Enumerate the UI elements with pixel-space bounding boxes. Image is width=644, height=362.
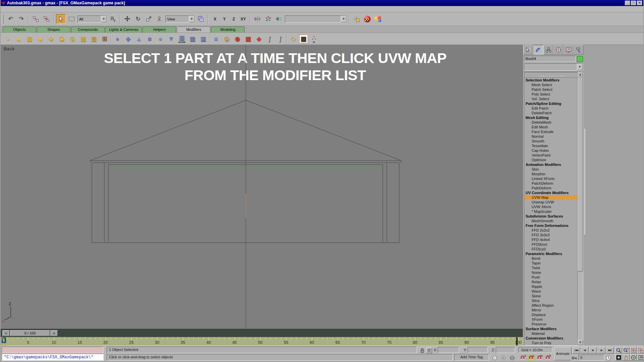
modifier-list-entry[interactable]: FFD 3x3x3 — [524, 233, 577, 237]
modifier-list-entry[interactable]: PathDeform — [524, 186, 577, 190]
modifier-list-entry[interactable]: Smooth — [524, 139, 577, 143]
menu-item[interactable] — [30, 8, 34, 10]
material-editor-button[interactable] — [362, 14, 372, 24]
modifier-list-entry[interactable]: Patch/Spline Editing — [524, 101, 577, 106]
modifier-list-entry[interactable]: Parametric Modifiers — [524, 251, 577, 256]
modifier-toolbar-button[interactable] — [209, 34, 210, 44]
reference-coordinate-system-dropdown[interactable]: View ▼ — [165, 15, 195, 23]
selection-lock-toggle[interactable] — [419, 347, 426, 354]
modifier-list-entry[interactable]: Face Extrude — [524, 129, 577, 134]
dropdown-arrow-icon[interactable]: ▼ — [577, 64, 583, 70]
modifier-list-entry[interactable]: Normal — [524, 134, 577, 139]
stretch-icon[interactable]: ▲ — [134, 34, 144, 44]
axis-constraint-button[interactable]: XY — [238, 15, 248, 23]
xform-gizmo-icon[interactable]: ⊞ — [100, 34, 109, 44]
select-and-manipulate-button[interactable] — [155, 14, 164, 24]
unlink-selection-button[interactable] — [42, 14, 51, 24]
modifier-list-entry[interactable]: Push — [524, 275, 577, 280]
uvw-checker-icon[interactable]: ▩ — [299, 35, 308, 43]
modifier-list-entry[interactable]: Relax — [524, 280, 577, 284]
modifier-list-entry[interactable]: Edit Patch — [524, 106, 577, 111]
modifier-list-entry[interactable]: * MapScaler — [524, 209, 577, 214]
category-tab[interactable]: Lights & Cameras — [105, 26, 142, 33]
region-zoom-button[interactable] — [615, 354, 622, 361]
z-coordinate-field[interactable] — [496, 347, 515, 353]
min-max-toggle-button[interactable] — [637, 354, 644, 361]
modifier-toolbar-button[interactable] — [286, 34, 287, 44]
modifier-list-entry[interactable]: Affect Region — [524, 303, 577, 308]
twist-icon[interactable]: ▩ — [25, 34, 34, 44]
modifier-list-entry[interactable]: DeletePatch — [524, 111, 577, 115]
use-pivot-points-button[interactable]: Use Pivot Points — [524, 72, 577, 78]
modifier-list-entry[interactable]: Taper — [524, 261, 577, 265]
maxscript-macro-recorder[interactable] — [2, 347, 104, 353]
lattice-icon[interactable]: ◎ — [68, 34, 77, 44]
scrollbar-track[interactable] — [578, 272, 583, 340]
tab-hierarchy[interactable] — [543, 45, 553, 55]
modifier-toolbar-button[interactable] — [111, 34, 111, 44]
selection-filter-dropdown[interactable]: All ▼ — [77, 15, 107, 23]
modifier-list-entry[interactable]: Vol. Select — [524, 97, 577, 101]
modifier-list-entry[interactable]: Bend — [524, 256, 577, 261]
scroll-down-icon[interactable]: ▼ — [578, 340, 583, 345]
undo-button[interactable]: ↶ — [6, 14, 15, 24]
dropdown-arrow-icon[interactable]: ▼ — [101, 16, 107, 22]
modifier-list-entry[interactable]: Preserve — [524, 322, 577, 326]
axis-constraint-button[interactable]: X — [210, 15, 220, 23]
select-object-button[interactable] — [56, 14, 66, 24]
ffd-cyl-icon[interactable]: ▤ — [89, 34, 99, 44]
modifier-list-entry[interactable]: Unwrap UVW — [524, 200, 577, 204]
modifier-list-entry[interactable]: Animation Modifiers — [524, 162, 577, 167]
category-tab[interactable]: Shapes — [37, 26, 70, 33]
object-name-field[interactable]: Box04 — [524, 56, 576, 62]
wire-sphere-icon[interactable] — [508, 355, 516, 361]
previous-frame-arrow[interactable]: < — [2, 330, 10, 336]
uvw-sphere-icon[interactable]: ◉ — [233, 34, 242, 44]
modifier-list-dropdown[interactable]: ▼ — [524, 63, 583, 71]
select-and-move-button[interactable] — [122, 14, 132, 24]
go-to-end-button[interactable]: ▶▶| — [606, 347, 614, 354]
category-tab[interactable]: Objects — [3, 26, 36, 33]
play-button[interactable]: ▶ — [589, 347, 597, 354]
modifier-list-entry[interactable]: Ripple — [524, 284, 577, 289]
modifier-list-entry[interactable]: Material — [524, 331, 577, 336]
modifier-list-entry[interactable]: Skew — [524, 294, 577, 298]
modifier-list-entry[interactable]: FFD 2x2x2 — [524, 228, 577, 233]
modifier-list-entry[interactable]: Noise — [524, 270, 577, 275]
zoom-all-button[interactable] — [623, 347, 630, 354]
modifier-list-entry[interactable]: Subdivision Surfaces — [524, 214, 577, 219]
zoom-extents-button[interactable] — [630, 347, 637, 354]
lathe-icon[interactable]: ● — [156, 34, 165, 44]
redo-button[interactable]: ↷ — [16, 14, 26, 24]
render-button[interactable] — [373, 14, 383, 24]
modifier-list-entry[interactable]: Surface Modifiers — [524, 326, 577, 331]
modifier-list-entry[interactable]: Cap Holes — [524, 148, 577, 153]
menu-item[interactable] — [35, 8, 40, 10]
modifier-list-entry[interactable]: PatchDeform — [524, 181, 577, 186]
time-slider-track[interactable]: < 0 / 100 > — [1, 329, 523, 337]
modifier-list-entry[interactable]: Morpher — [524, 172, 577, 176]
scroll-up-icon[interactable]: ▲ — [578, 72, 583, 77]
menu-item[interactable] — [46, 8, 50, 10]
select-and-link-button[interactable] — [31, 14, 41, 24]
modifier-list-entry[interactable]: FFD(box) — [524, 242, 577, 247]
add-time-tag-button[interactable]: Add Time Tag — [454, 354, 489, 361]
dropdown-arrow-icon[interactable]: ▼ — [189, 16, 195, 22]
time-marker-handle[interactable] — [2, 343, 5, 346]
spherify-icon[interactable]: ◉ — [57, 34, 66, 44]
zoom-button[interactable] — [615, 347, 622, 354]
viewport-back[interactable]: Back SELECT 1 PART AT A TIME THEN CLICK … — [1, 45, 523, 329]
modifier-list-entry[interactable]: Linked XForm — [524, 176, 577, 181]
y-coordinate-field[interactable] — [468, 347, 488, 353]
category-tab[interactable]: Helpers — [143, 26, 176, 33]
modifier-list-entry[interactable]: Tessellate — [524, 143, 577, 148]
tab-modify[interactable] — [533, 45, 543, 55]
modifier-list-entry[interactable]: Displace — [524, 312, 577, 317]
tab-motion[interactable] — [553, 45, 564, 55]
modifier-list-scrollbar[interactable]: ▲ ▼ — [577, 72, 583, 345]
tab-utilities[interactable] — [574, 45, 584, 55]
skew-icon[interactable]: ◆ — [36, 34, 45, 44]
edit-spline-icon[interactable]: ʃ — [265, 34, 274, 44]
mirror-button[interactable] — [253, 14, 262, 24]
modifier-list-entry[interactable]: Optimize — [524, 158, 577, 162]
